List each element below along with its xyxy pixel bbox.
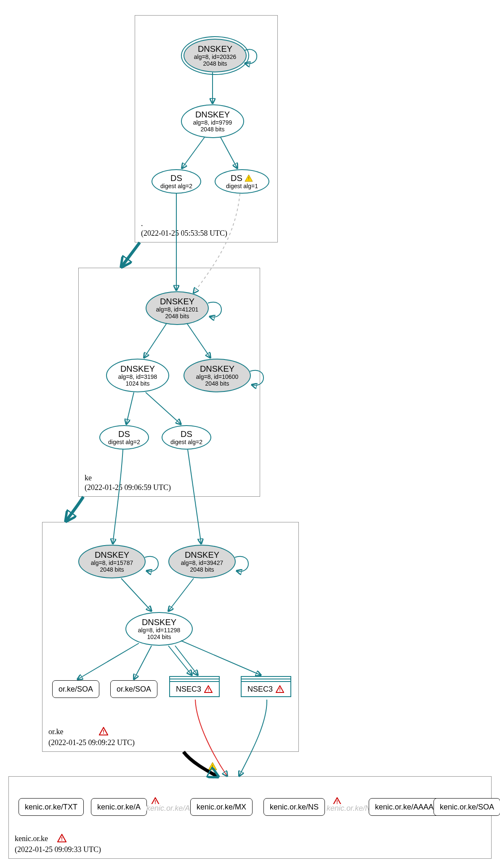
dnskey-orke-15787[interactable]: DNSKEY alg=8, id=15787 2048 bits — [78, 545, 146, 578]
dnskey-ke-10600[interactable]: DNSKEY alg=8, id=10600 2048 bits — [184, 359, 251, 392]
svg-text:!: ! — [212, 764, 213, 770]
record-kenic-mx[interactable]: kenic.or.ke/MX — [190, 798, 253, 816]
warning-icon: ! — [244, 174, 253, 182]
zone-root-label: . (2022-01-25 05:53:58 UTC) — [141, 219, 227, 238]
error-icon: ! — [204, 685, 213, 693]
record-kenic-soa[interactable]: kenic.or.ke/SOA — [434, 798, 500, 816]
dnskey-ke-3198[interactable]: DNSKEY alg=8, id=3198 1024 bits — [106, 359, 169, 392]
record-kenic-ns-error[interactable]: kenic.or.ke/NS — [327, 804, 375, 813]
svg-text:!: ! — [61, 836, 63, 842]
zone-ke-timestamp: (2022-01-25 09:06:59 UTC) — [85, 483, 171, 493]
record-kenic-aaaa[interactable]: kenic.or.ke/AAAA — [369, 798, 440, 816]
warning-icon: ! — [208, 762, 217, 772]
dnskey-ke-41201[interactable]: DNSKEY alg=8, id=41201 2048 bits — [146, 291, 209, 325]
ds-root-alg1[interactable]: DS ! digest alg=1 — [215, 169, 269, 194]
record-orke-soa-1[interactable]: or.ke/SOA — [52, 680, 99, 698]
record-kenic-txt[interactable]: kenic.or.ke/TXT — [19, 798, 84, 816]
zone-orke-name: or.ke — [48, 727, 64, 736]
error-icon: ! — [99, 727, 108, 738]
svg-text:!: ! — [103, 729, 104, 735]
nsec3-b[interactable]: NSEC3 ! — [241, 676, 291, 700]
error-icon: ! — [57, 834, 66, 845]
error-icon: ! — [275, 685, 285, 693]
zone-ke-name: ke — [85, 473, 171, 483]
zone-orke-label: or.ke ! (2022-01-25 09:09:22 UTC) — [48, 727, 135, 747]
zone-root-name: . — [141, 219, 227, 229]
zone-ke-label: ke (2022-01-25 09:06:59 UTC) — [85, 473, 171, 492]
dnskey-root-9799[interactable]: DNSKEY alg=8, id=9799 2048 bits — [181, 104, 244, 138]
svg-text:!: ! — [279, 687, 281, 692]
zone-root-timestamp: (2022-01-25 05:53:58 UTC) — [141, 229, 227, 238]
record-kenic-a[interactable]: kenic.or.ke/A — [91, 798, 147, 816]
zone-orke-timestamp: (2022-01-25 09:09:22 UTC) — [48, 738, 135, 748]
zone-kenic-label: kenic.or.ke ! (2022-01-25 09:09:33 UTC) — [15, 834, 101, 854]
zone-kenic-timestamp: (2022-01-25 09:09:33 UTC) — [15, 845, 101, 855]
nsec3-a[interactable]: NSEC3 ! — [169, 676, 220, 700]
svg-text:!: ! — [207, 687, 209, 692]
dnskey-root-20326[interactable]: DNSKEY alg=8, id=20326 2048 bits — [184, 39, 247, 72]
ds-ke-a[interactable]: DS digest alg=2 — [99, 425, 149, 450]
zone-kenic-name: kenic.or.ke — [15, 834, 48, 843]
dnskey-orke-39427[interactable]: DNSKEY alg=8, id=39427 2048 bits — [168, 545, 236, 578]
record-kenic-a-error[interactable]: kenic.or.ke/A — [146, 804, 190, 813]
zone-kenic: kenic.or.ke ! (2022-01-25 09:09:33 UTC) — [8, 776, 492, 859]
ds-root-alg2[interactable]: DS digest alg=2 — [152, 169, 201, 194]
svg-text:!: ! — [248, 176, 249, 181]
record-kenic-ns[interactable]: kenic.or.ke/NS — [263, 798, 325, 816]
record-orke-soa-2[interactable]: or.ke/SOA — [110, 680, 157, 698]
dnskey-orke-11298[interactable]: DNSKEY alg=8, id=11298 1024 bits — [125, 612, 193, 646]
ds-ke-b[interactable]: DS digest alg=2 — [162, 425, 211, 450]
